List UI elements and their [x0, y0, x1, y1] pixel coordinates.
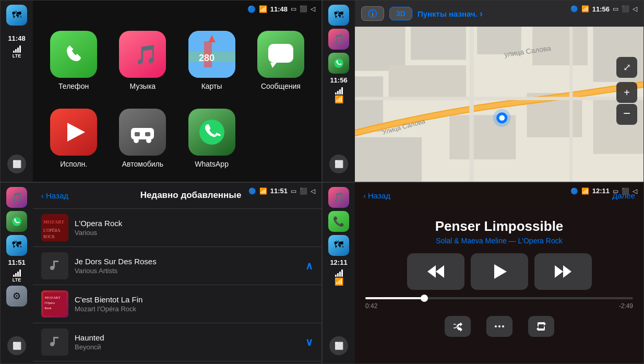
track-info: Je Dors Sur Des Roses Various Artists [75, 257, 299, 275]
map-svg-container[interactable]: улица Салова Улица Салова [355, 27, 643, 182]
status-cast-icon: ⬛ [300, 5, 307, 13]
app-item-messages[interactable]: Сообщения [251, 31, 311, 90]
now-playing-progress: 0:42 -2:49 [365, 297, 633, 310]
rewind-button[interactable] [407, 253, 464, 290]
tr-sidebar-whatsapp-icon[interactable] [328, 53, 349, 74]
map-zoom-out-button[interactable]: − [616, 104, 637, 125]
track-chevron-down[interactable]: ∨ [305, 336, 313, 348]
br-status-battery: ▭ [613, 187, 618, 195]
bottomleft-sidebar: 🎵 🗺 11:51 LTE ⚙ ⬜ [1, 183, 33, 364]
svg-rect-20 [355, 27, 405, 71]
app-item-phone[interactable]: Телефон [43, 31, 104, 90]
status-back-icon[interactable]: ◁ [311, 5, 315, 13]
svg-text:Rock: Rock [45, 307, 52, 310]
music-list-area: ‹ Назад Недавно добавленные MOZARTL'OPÉR… [33, 183, 321, 364]
svg-rect-11 [145, 132, 150, 136]
map-zoom-in-button[interactable]: + [616, 82, 637, 103]
svg-text:MOZART: MOZART [43, 219, 64, 225]
sidebar-time: 11:48 [8, 35, 25, 42]
track-item[interactable]: MOZARTl'OpéraRock C'est Bientot La Fin M… [33, 285, 321, 323]
bl-status-wifi: 📶 [259, 187, 267, 195]
br-status-back[interactable]: ◁ [633, 187, 637, 195]
carplay-app-label: Автомобиль [122, 160, 163, 168]
svg-text:MOZART: MOZART [45, 295, 61, 299]
progress-bar[interactable] [365, 297, 633, 299]
track-chevron-up[interactable]: ∧ [305, 260, 313, 272]
repeat-button[interactable] [528, 316, 554, 337]
map-zoom-controls: ⤢ + − [616, 57, 637, 125]
bl-sidebar-signal: LTE [13, 269, 21, 283]
whatsapp-app-icon [188, 109, 235, 156]
music-app-label: Музыка [130, 82, 156, 90]
track-thumb: MOZARTl'OpéraRock [41, 290, 68, 318]
track-info: C'est Bientot La Fin Mozart l'Opéra Rock [75, 295, 313, 313]
br-sidebar-phone-icon[interactable]: 📞 [328, 211, 349, 232]
track-item[interactable]: Je Dors Sur Des Roses Various Artists ∧ [33, 247, 321, 285]
map-expand-button[interactable]: ⤢ [616, 57, 637, 78]
messages-app-icon [257, 31, 304, 78]
maps-app-icon: 280 [188, 31, 235, 78]
track-item[interactable]: Музыка 90-х [33, 361, 321, 364]
bottomright-quadrant: 🎵 📞 🗺 12:11 📶 ⬜ 🔵 📶 12:11 ▭ ⬛ ◁ ‹ Назад [322, 182, 644, 365]
track-title: C'est Bientot La Fin [75, 295, 313, 304]
svg-point-53 [50, 342, 54, 346]
track-title: Haunted [75, 333, 299, 342]
now-playing-extras [445, 316, 554, 337]
app-item-maps[interactable]: 280 Карты [182, 31, 242, 90]
fast-forward-button[interactable] [534, 253, 592, 290]
svg-text:L'OPÉRA: L'OPÉRA [43, 228, 61, 233]
phone-app-label: Телефон [58, 82, 89, 90]
bl-sidebar-music-icon[interactable]: 🎵 [6, 187, 27, 208]
br-sidebar-home-button[interactable]: ⬜ [329, 336, 348, 355]
bl-status-battery: ▭ [291, 187, 296, 195]
svg-point-62 [495, 325, 497, 327]
sidebar-signal: LTE [13, 45, 21, 58]
bl-status-back[interactable]: ◁ [311, 187, 315, 195]
tr-sidebar-time: 11:56 [330, 77, 347, 84]
app-item-video[interactable]: Исполн. [43, 109, 104, 168]
tr-sidebar-maps-icon[interactable]: 🗺 [328, 5, 349, 26]
svg-point-14 [199, 120, 224, 145]
br-sidebar-maps-icon[interactable]: 🗺 [328, 235, 349, 256]
progress-fill [365, 297, 424, 299]
topleft-sidebar: 🗺 11:48 LTE ⬜ [1, 1, 33, 182]
sidebar-home-button[interactable]: ⬜ [7, 155, 26, 173]
app-item-music[interactable]: 🎵 Музыка [112, 31, 173, 90]
track-item[interactable]: MOZARTL'OPÉRAROCK L'Opera Rock Various [33, 209, 321, 247]
br-sidebar-signal: 📶 [335, 269, 343, 286]
shuffle-button[interactable] [445, 316, 471, 337]
tr-status-back[interactable]: ◁ [633, 5, 637, 13]
app-item-carplay[interactable]: Автомобиль [112, 109, 173, 168]
progress-times: 0:42 -2:49 [365, 302, 633, 310]
bl-sidebar-settings-icon[interactable]: ⚙ [6, 286, 27, 307]
tr-status-cast: ⬛ [622, 5, 629, 13]
bottomleft-quadrant: 🎵 🗺 11:51 LTE ⚙ ⬜ 🔵 📶 11:51 ▭ ⬛ ◁ [0, 182, 322, 365]
bl-sidebar-lte: LTE [13, 277, 21, 283]
topright-sidebar: 🗺 🎵 11:56 📶 ⬜ [323, 1, 355, 182]
more-button[interactable] [486, 316, 512, 337]
tr-sidebar-home-button[interactable]: ⬜ [329, 155, 348, 173]
bl-sidebar-home-button[interactable]: ⬜ [7, 336, 26, 355]
tr-sidebar-music-icon[interactable]: 🎵 [328, 29, 349, 50]
svg-rect-45 [53, 261, 58, 262]
topright-quadrant: 🗺 🎵 11:56 📶 ⬜ 🔵 📶 11:56 ▭ ⬛ ◁ [322, 0, 644, 182]
bl-sidebar-whatsapp-icon[interactable] [6, 211, 27, 232]
svg-point-13 [146, 138, 151, 143]
map-area: 3D Пункты назнач. › [355, 1, 643, 182]
track-item[interactable]: Haunted Beyoncй ∨ [33, 323, 321, 361]
svg-marker-60 [555, 265, 563, 278]
bl-sidebar-maps-icon[interactable]: 🗺 [6, 235, 27, 256]
track-info: Haunted Beyoncй [75, 333, 299, 351]
play-button[interactable] [471, 253, 528, 290]
sidebar-maps-icon[interactable]: 🗺 [6, 5, 27, 26]
br-sidebar-wifi: 📶 [335, 277, 343, 286]
messages-app-label: Сообщения [261, 82, 301, 90]
track-title: L'Opera Rock [75, 219, 313, 228]
topleft-status-bar: 🔵 📶 11:48 ▭ ⬛ ◁ [33, 1, 321, 17]
app-item-whatsapp[interactable]: WhatsApp [182, 109, 242, 168]
svg-rect-21 [411, 27, 466, 60]
br-sidebar-music-icon[interactable]: 🎵 [328, 187, 349, 208]
progress-handle[interactable] [421, 295, 428, 302]
status-battery-icon: ▭ [291, 5, 296, 13]
svg-marker-61 [563, 265, 571, 278]
